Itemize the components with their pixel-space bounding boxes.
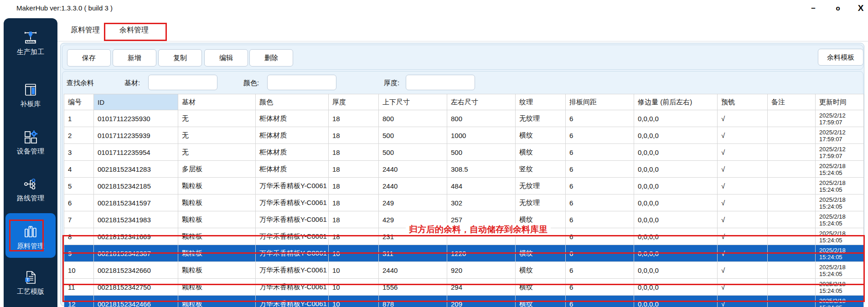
cell-spacing: 6 bbox=[566, 161, 634, 178]
cell-number: 8 bbox=[64, 228, 94, 245]
cell-grain: 无纹理 bbox=[516, 178, 566, 194]
sidebar-item-route-management[interactable]: 路线管理 bbox=[4, 176, 57, 203]
cell-thickness: 18 bbox=[329, 194, 379, 211]
cell-premill: √ bbox=[718, 194, 768, 211]
cell-trim: 0,0,0,0 bbox=[634, 161, 718, 178]
cell-trim: 0,0,0,0 bbox=[634, 144, 718, 161]
cell-base: 颗粒板 bbox=[178, 178, 256, 194]
col-header-number[interactable]: 编号 bbox=[64, 94, 94, 110]
table-row[interactable]: 7 00218152341983 颗粒板 万华禾香精板Y-C0061 18 42… bbox=[64, 211, 864, 228]
cell-size-lr: 920 bbox=[447, 262, 516, 279]
cell-updated: 2025/2/12 17:59:07 bbox=[816, 127, 864, 144]
cell-size-lr: 308.5 bbox=[447, 161, 516, 178]
col-header-spacing[interactable]: 排板间距 bbox=[566, 94, 634, 110]
cell-premill: √ bbox=[718, 262, 768, 279]
table-row[interactable]: 4 00218152341283 多层板 柜体材质 18 2440 308.5 … bbox=[64, 161, 864, 178]
cell-size-lr: 294 bbox=[447, 279, 516, 296]
cell-thickness: 10 bbox=[329, 296, 379, 307]
cell-id: 01017112235939 bbox=[94, 127, 178, 144]
copy-button[interactable]: 复制 bbox=[158, 49, 202, 67]
cell-size-lr: 209 bbox=[447, 296, 516, 307]
cell-premill: √ bbox=[718, 161, 768, 178]
cell-number: 11 bbox=[64, 279, 94, 296]
cell-spacing: 6 bbox=[566, 194, 634, 211]
cell-grain: 横纹 bbox=[516, 279, 566, 296]
sidebar-item-process-template[interactable]: T 工艺模版 bbox=[4, 270, 57, 296]
sidebar-item-production[interactable]: 生产加工 bbox=[4, 30, 57, 56]
table-row[interactable]: 10 00218152342660 颗粒板 万华禾香精板Y-C0061 10 2… bbox=[64, 262, 864, 279]
col-header-size-tb[interactable]: 上下尺寸 bbox=[379, 94, 447, 110]
base-material-input[interactable] bbox=[148, 75, 217, 90]
col-header-remark[interactable]: 备注 bbox=[768, 94, 816, 110]
save-button[interactable]: 保存 bbox=[67, 49, 111, 67]
cell-trim: 0,0,0,0 bbox=[634, 211, 718, 228]
cell-number: 2 bbox=[64, 127, 94, 144]
close-button[interactable]: X bbox=[853, 1, 868, 15]
thickness-input[interactable] bbox=[406, 75, 475, 90]
cell-remark bbox=[768, 110, 816, 127]
table-row[interactable]: 6 00218152341597 颗粒板 万华禾香精板Y-C0061 18 24… bbox=[64, 194, 864, 211]
tab-material-management[interactable]: 原料管理 bbox=[71, 26, 100, 35]
cell-grain: 横纹 bbox=[516, 144, 566, 161]
cell-id: 01017112235954 bbox=[94, 144, 178, 161]
cell-premill: √ bbox=[718, 127, 768, 144]
cell-trim: 0,0,0,0 bbox=[634, 178, 718, 194]
cell-thickness: 10 bbox=[329, 279, 379, 296]
minimize-button[interactable]: – bbox=[806, 1, 821, 15]
table-row[interactable]: 12 00218152342466 颗粒板 万华禾香精板Y-C0061 10 8… bbox=[64, 296, 864, 307]
table-row[interactable]: 5 00218152342185 颗粒板 万华禾香精板Y-C0061 18 24… bbox=[64, 178, 864, 194]
table-row[interactable]: 9 00218152342387 颗粒板 万华禾香精板Y-C0061 10 31… bbox=[64, 245, 864, 262]
table-row[interactable]: 1 01017112235930 无 柜体材质 18 800 800 无纹理 6… bbox=[64, 110, 864, 127]
cell-grain: 横纹 bbox=[516, 262, 566, 279]
cell-premill: √ bbox=[718, 296, 768, 307]
col-header-thickness[interactable]: 厚度 bbox=[329, 94, 379, 110]
cell-color: 柜体材质 bbox=[256, 110, 329, 127]
col-header-trim[interactable]: 修边量 (前后左右) bbox=[634, 94, 718, 110]
sidebar-item-material-management[interactable]: 原料管理 bbox=[4, 224, 57, 251]
col-header-id[interactable]: ID bbox=[94, 94, 178, 110]
surplus-template-button[interactable]: 余料模板 bbox=[818, 49, 863, 66]
cell-color: 万华禾香精板Y-C0061 bbox=[256, 279, 329, 296]
cell-remark bbox=[768, 262, 816, 279]
cell-id: 00218152341283 bbox=[94, 161, 178, 178]
table-row[interactable]: 11 00218152342750 颗粒板 万华禾香精板Y-C0061 10 1… bbox=[64, 279, 864, 296]
cell-grain: 无纹理 bbox=[516, 110, 566, 127]
col-header-premill[interactable]: 预铣 bbox=[718, 94, 768, 110]
cell-id: 00218152341983 bbox=[94, 211, 178, 228]
maximize-button[interactable]: o bbox=[831, 1, 845, 15]
table-row[interactable]: 3 01017112235954 无 柜体材质 18 500 500 横纹 6 … bbox=[64, 144, 864, 161]
cell-size-lr: 500 bbox=[447, 144, 516, 161]
cell-trim: 0,0,0,0 bbox=[634, 245, 718, 262]
col-header-base[interactable]: 基材 bbox=[178, 94, 256, 110]
color-input[interactable] bbox=[267, 75, 336, 90]
sidebar-item-panel-library[interactable]: 补板库 bbox=[4, 82, 57, 108]
cell-thickness: 18 bbox=[329, 161, 379, 178]
edit-button[interactable]: 编辑 bbox=[204, 49, 248, 67]
cell-premill: √ bbox=[718, 245, 768, 262]
cell-base: 无 bbox=[178, 110, 256, 127]
col-header-color[interactable]: 颜色 bbox=[256, 94, 329, 110]
tab-surplus-management[interactable]: 余料管理 bbox=[119, 26, 149, 35]
table-row[interactable]: 8 00218152341669 颗粒板 万华禾香精板Y-C0061 18 23… bbox=[64, 228, 864, 245]
col-header-grain[interactable]: 纹理 bbox=[516, 94, 566, 110]
cell-size-lr: 302 bbox=[447, 194, 516, 211]
table-header-row: 编号 ID 基材 颜色 厚度 上下尺寸 左右尺寸 纹理 排板间距 修边量 (前后… bbox=[64, 94, 864, 110]
col-header-updated[interactable]: 更新时间 bbox=[816, 94, 864, 110]
delete-button[interactable]: 删除 bbox=[249, 49, 293, 67]
table-row[interactable]: 2 01017112235939 无 柜体材质 18 500 1000 横纹 6… bbox=[64, 127, 864, 144]
cell-premill: √ bbox=[718, 144, 768, 161]
cell-color: 柜体材质 bbox=[256, 127, 329, 144]
sidebar-item-label: 路线管理 bbox=[17, 194, 44, 202]
cell-size-tb: 878 bbox=[379, 296, 447, 307]
cell-size-lr bbox=[447, 228, 516, 245]
cell-trim: 0,0,0,0 bbox=[634, 194, 718, 211]
add-button[interactable]: 新增 bbox=[113, 49, 156, 67]
cell-updated: 2025/2/18 15:24:05 bbox=[816, 262, 864, 279]
sidebar-item-device-management[interactable]: 设备管理 bbox=[4, 129, 57, 156]
col-header-size-lr[interactable]: 左右尺寸 bbox=[447, 94, 516, 110]
cell-id: 00218152341669 bbox=[94, 228, 178, 245]
cell-size-lr: 800 bbox=[447, 110, 516, 127]
cell-thickness: 18 bbox=[329, 228, 379, 245]
cell-number: 10 bbox=[64, 262, 94, 279]
sidebar-item-label: 原料管理 bbox=[17, 242, 44, 250]
